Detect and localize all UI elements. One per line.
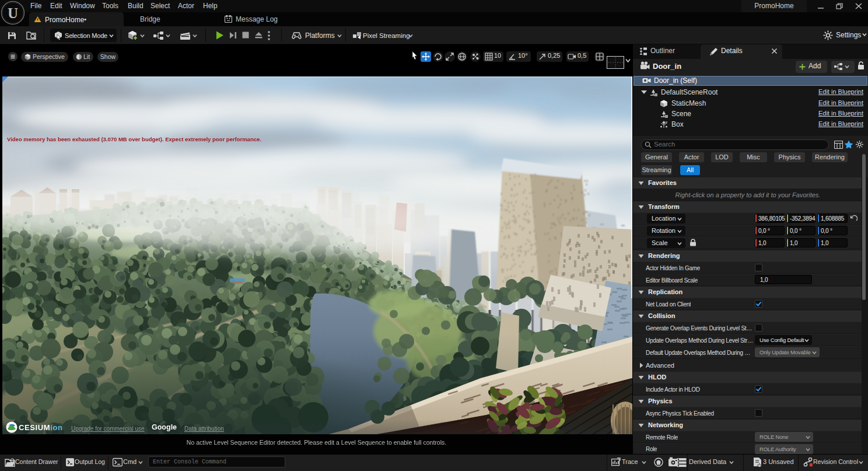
svg-text:U: U	[8, 5, 18, 21]
